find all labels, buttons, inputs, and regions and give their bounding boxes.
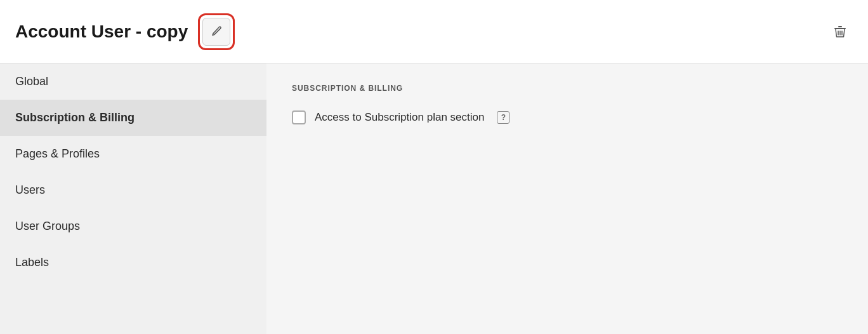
svg-rect-1: [838, 26, 842, 27]
pencil-icon: [210, 25, 223, 38]
edit-button[interactable]: [202, 18, 230, 46]
delete-button[interactable]: [827, 19, 853, 44]
sidebar-item-global[interactable]: Global: [0, 63, 266, 100]
sidebar: Global Subscription & Billing Pages & Pr…: [0, 63, 266, 334]
permission-item-subscription-plan: Access to Subscription plan section ?: [292, 110, 843, 124]
header: Account User - copy: [0, 0, 868, 63]
main-content: Global Subscription & Billing Pages & Pr…: [0, 63, 868, 334]
sidebar-item-labels[interactable]: Labels: [0, 244, 266, 281]
header-left: Account User - copy: [15, 13, 235, 50]
sidebar-item-users[interactable]: Users: [0, 172, 266, 208]
permission-label-subscription-plan: Access to Subscription plan section: [315, 111, 484, 124]
page-title: Account User - copy: [15, 22, 188, 42]
help-icon-subscription-plan[interactable]: ?: [497, 111, 510, 124]
checkbox-subscription-plan[interactable]: [292, 110, 306, 124]
sidebar-item-user-groups[interactable]: User Groups: [0, 208, 266, 244]
section-title: SUBSCRIPTION & BILLING: [292, 84, 843, 93]
sidebar-item-pages-profiles[interactable]: Pages & Profiles: [0, 136, 266, 172]
content-panel: SUBSCRIPTION & BILLING Access to Subscri…: [266, 63, 868, 334]
svg-rect-0: [834, 28, 846, 29]
trash-icon: [832, 24, 848, 39]
edit-button-highlight: [198, 13, 235, 50]
sidebar-item-subscription-billing[interactable]: Subscription & Billing: [0, 100, 266, 136]
